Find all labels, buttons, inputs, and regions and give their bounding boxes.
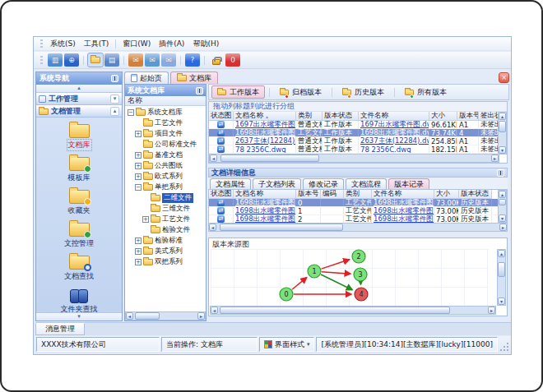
tree-item[interactable]: +基准文档 xyxy=(125,150,206,160)
sidebar-scroll-down-strip[interactable]: ▾ xyxy=(36,312,122,321)
toolbar-remote-desktop-icon[interactable]: ▥ xyxy=(48,53,63,67)
close-tab-button[interactable]: × xyxy=(499,72,509,83)
tree-item[interactable]: 检验文件 xyxy=(125,224,206,235)
toolbar-mail-read-icon[interactable]: ✉ xyxy=(145,53,160,67)
tree-horizontal-scrollbar[interactable]: ◂▸ xyxy=(125,311,206,321)
toolbar-lock-icon[interactable] xyxy=(209,53,224,67)
graph-horizontal-scrollbar[interactable]: ◂▸ xyxy=(210,306,496,315)
resize-grip[interactable] xyxy=(499,337,510,352)
scroll-up-arrow-icon[interactable]: ▴ xyxy=(499,113,506,120)
scroll-right-arrow-icon[interactable]: ▸ xyxy=(499,224,507,231)
tree-item[interactable]: 公司标准文件 xyxy=(125,139,206,150)
detail-tab-1[interactable]: 子文档列表 xyxy=(253,178,301,189)
main-table-vertical-scrollbar[interactable]: ▴▾ xyxy=(498,112,507,154)
sidebar-group-1[interactable]: 文档管理▴ xyxy=(36,105,122,118)
column-header-3[interactable]: 版本状态 xyxy=(323,112,359,121)
expander-plus-icon[interactable]: + xyxy=(135,152,142,159)
column-header-0[interactable]: 状态图 xyxy=(209,112,234,121)
detail-table-horizontal-scrollbar[interactable]: ◂▸ xyxy=(208,223,508,232)
toolbar-workspace-icon[interactable]: ▤ xyxy=(104,53,119,67)
menu-item-help[interactable]: 帮助(H) xyxy=(188,38,223,50)
version-button-0[interactable]: 工作版本 xyxy=(211,85,265,99)
sidebar-item-3[interactable]: 文控管理 xyxy=(36,219,122,249)
menu-item-plugins[interactable]: 插件(A) xyxy=(155,38,188,50)
table-row[interactable]: ⇄1698出水嘴零件图.dwg2工艺文件1698出水嘴零件图.dwg73.00K… xyxy=(209,215,499,223)
tree-item[interactable]: 二维文件 xyxy=(125,192,206,203)
toolbar-exit-icon[interactable]: 0 xyxy=(225,53,240,67)
column-header-6[interactable]: 版本号 xyxy=(457,112,479,121)
sidebar-item-5[interactable]: 文件夹查找 xyxy=(36,284,122,312)
detail-table-vertical-scrollbar[interactable]: ▴▾ xyxy=(498,190,507,223)
expander-minus-icon[interactable]: − xyxy=(135,184,142,191)
scroll-left-arrow-icon[interactable]: ◂ xyxy=(211,307,218,314)
table-row[interactable]: ⇄78 2356C.dwg普通文档工作版本78 2356C.dwg182.15K… xyxy=(209,145,499,154)
tree-item[interactable]: +项目文件 xyxy=(125,128,206,139)
column-header-7[interactable]: 版本状态 xyxy=(459,190,492,199)
version-button-2[interactable]: 历史版本 xyxy=(336,85,390,99)
scroll-thumb[interactable] xyxy=(220,154,319,162)
toolbar-mail-send-icon[interactable]: ✉ xyxy=(161,53,176,67)
tree-item[interactable]: −单把系列 xyxy=(125,182,206,192)
toolbar-mail-receive-icon[interactable]: ✉ xyxy=(128,53,143,67)
expander-plus-icon[interactable]: + xyxy=(135,163,142,169)
column-header-4[interactable]: 类别 xyxy=(344,190,372,199)
expander-plus-icon[interactable]: + xyxy=(135,173,142,180)
scroll-down-arrow-icon[interactable]: ▾ xyxy=(499,146,506,154)
column-header-7[interactable]: 签出状态 xyxy=(479,112,499,121)
detail-tab-4[interactable]: 版本记录 xyxy=(388,178,429,189)
scroll-right-arrow-icon[interactable]: ▸ xyxy=(197,312,205,320)
toolbar-internet-icon[interactable]: ⊕ xyxy=(64,53,79,67)
scroll-thumb[interactable] xyxy=(498,262,505,277)
tree-item[interactable]: +检验标准 xyxy=(125,235,206,246)
tree-item[interactable]: +美式系列 xyxy=(125,246,206,256)
message-management-tab[interactable]: 消息管理 xyxy=(35,323,85,335)
column-header-2[interactable]: 类别 xyxy=(296,112,323,121)
version-button-3[interactable]: 所有版本 xyxy=(399,85,452,99)
tab-0[interactable]: 起始页 xyxy=(124,71,169,84)
graph-vertical-scrollbar[interactable]: ▴▾ xyxy=(497,249,506,306)
column-header-6[interactable]: 大小 xyxy=(434,190,459,199)
expander-plus-icon[interactable]: + xyxy=(135,259,142,265)
scroll-right-arrow-icon[interactable]: ▸ xyxy=(491,154,499,162)
table-row[interactable]: ⇄1698出水嘴零件图.dwg0工艺文件1698出水嘴零件图.dwg73.00K… xyxy=(209,199,499,207)
main-table-horizontal-scrollbar[interactable]: ◂▸ xyxy=(209,154,499,163)
sidebar-item-2[interactable]: 收藏夹 xyxy=(36,186,122,216)
tree-item[interactable]: 工艺文件 xyxy=(125,118,206,128)
column-header-1[interactable]: 文档名称 xyxy=(234,190,296,199)
pin-icon[interactable] xyxy=(497,169,504,177)
version-button-1[interactable]: 归档版本 xyxy=(274,85,327,99)
scroll-thumb[interactable] xyxy=(135,312,160,320)
expander-plus-icon[interactable]: + xyxy=(135,248,142,255)
column-header-4[interactable]: 文件名称 xyxy=(359,112,429,121)
toolbar-document-library-icon[interactable] xyxy=(88,53,103,67)
tab-active-1[interactable]: 文档库 xyxy=(170,71,218,84)
sidebar-item-1[interactable]: 模板库 xyxy=(36,153,122,183)
column-header-0[interactable]: 状态图 xyxy=(209,190,234,199)
table-row[interactable]: ⇄2637主体(12284).dwg普通文档工作版本2637主体(12284).… xyxy=(209,137,499,145)
scroll-down-arrow-icon[interactable]: ▾ xyxy=(499,214,506,222)
column-header-2[interactable]: 版本号 xyxy=(296,190,321,199)
column-header-5[interactable]: 文件名称 xyxy=(372,190,434,199)
scroll-right-arrow-icon[interactable]: ▸ xyxy=(488,307,495,314)
tree-column-header[interactable]: 名称 xyxy=(125,96,206,106)
sidebar-scroll-up-strip[interactable]: ▴ xyxy=(36,85,122,93)
toolbar-help-icon[interactable]: ? xyxy=(185,53,200,67)
detail-tab-0[interactable]: 文档属性 xyxy=(210,178,251,189)
tree-item[interactable]: +双把系列 xyxy=(125,256,206,267)
menu-item-window[interactable]: 窗口(W) xyxy=(118,38,155,50)
detail-tab-3[interactable]: 文档流程 xyxy=(346,178,387,189)
skin-selector[interactable]: 界面样式 ▾ xyxy=(259,337,315,352)
sidebar-item-4[interactable]: 文档查找 xyxy=(36,251,122,282)
scroll-thumb[interactable] xyxy=(220,307,450,314)
scroll-up-arrow-icon[interactable]: ▴ xyxy=(498,250,505,257)
expander-minus-icon[interactable]: − xyxy=(128,109,134,116)
scroll-down-arrow-icon[interactable]: ▾ xyxy=(498,297,505,305)
tree-item[interactable]: +欧式系列 xyxy=(125,171,206,182)
sidebar-group-0[interactable]: 工作管理▾ xyxy=(36,93,122,105)
table-row[interactable]: ⇄1698出水嘴零件图.dwg工艺文件工作版本1698出水嘴零件图.dwg73.… xyxy=(209,129,499,137)
expander-plus-icon[interactable]: + xyxy=(135,131,142,137)
scroll-left-arrow-icon[interactable]: ◂ xyxy=(126,312,133,320)
column-header-5[interactable]: 大小 xyxy=(429,112,457,121)
pin-icon[interactable] xyxy=(111,75,118,82)
expander-plus-icon[interactable]: + xyxy=(142,216,149,223)
